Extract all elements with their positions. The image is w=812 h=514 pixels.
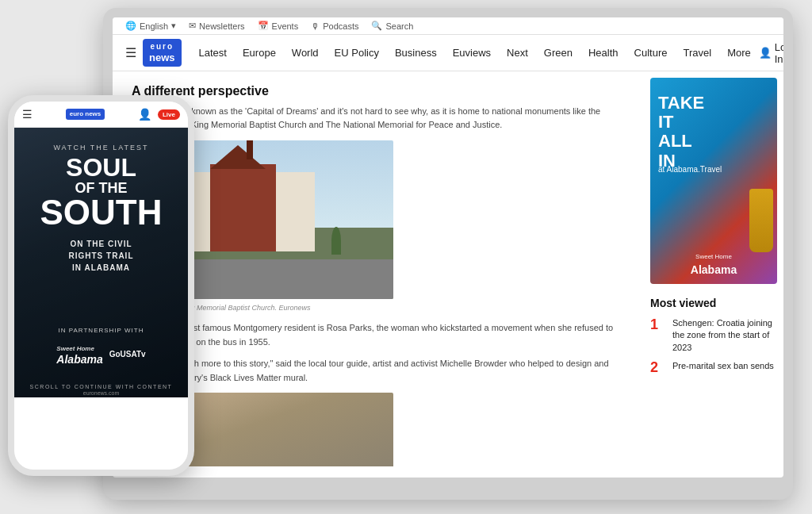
most-viewed-item-1[interactable]: 1 Schengen: Croatia joining the zone fro… bbox=[650, 317, 774, 354]
chevron-icon: ▾ bbox=[171, 21, 176, 31]
phone-screen: ☰ euro news 👤 Live WATCH THE LATEST SOUL… bbox=[14, 102, 188, 470]
ad-banner[interactable]: TAKE IT ALL IN at Alabama.Travel Sweet H… bbox=[650, 78, 777, 284]
article-intro: Montgomery is known as the 'Capital of D… bbox=[132, 105, 622, 131]
hamburger-phone[interactable]: ☰ bbox=[22, 108, 33, 121]
language-selector[interactable]: 🌐 English ▾ bbox=[125, 21, 176, 31]
mic-icon: 🎙 bbox=[311, 21, 320, 31]
title-line3: SOUTH bbox=[14, 197, 188, 228]
partner-sweet-home: Sweet Home Alabama bbox=[56, 342, 102, 366]
watch-label: WATCH THE LATEST bbox=[14, 144, 188, 152]
phone-url: euronews.com bbox=[14, 390, 188, 396]
most-viewed-section: Most viewed 1 Schengen: Croatia joining … bbox=[650, 297, 774, 374]
nav-green[interactable]: Green bbox=[536, 35, 580, 71]
nav-europe[interactable]: Europe bbox=[235, 35, 284, 71]
most-viewed-title: Most viewed bbox=[650, 297, 774, 309]
phone-live-button[interactable]: Live bbox=[158, 109, 180, 120]
search-area[interactable]: 🔍 Search bbox=[371, 21, 413, 31]
nav-culture[interactable]: Culture bbox=[626, 35, 676, 71]
tree2 bbox=[331, 227, 341, 255]
globe-icon: 🌐 bbox=[125, 21, 136, 31]
nav-world[interactable]: World bbox=[284, 35, 327, 71]
sidebar: TAKE IT ALL IN at Alabama.Travel Sweet H… bbox=[641, 71, 783, 466]
nav-euviews[interactable]: Euviews bbox=[445, 35, 499, 71]
nav-more[interactable]: More bbox=[719, 35, 759, 71]
article-para1: Perhaps the most famous Montgomery resid… bbox=[132, 321, 622, 349]
email-icon: ✉ bbox=[189, 21, 196, 31]
podcasts-link[interactable]: 🎙 Podcasts bbox=[311, 21, 358, 31]
ad-url: at Alabama.Travel bbox=[658, 165, 722, 174]
subtitle: ON THE CIVILRIGHTS TRAILIN ALABAMA bbox=[14, 238, 188, 274]
phone-logo[interactable]: euro news bbox=[66, 109, 105, 120]
partner-label: IN PARTNERSHIP WITH bbox=[14, 327, 188, 334]
nav-eupolicy[interactable]: EU Policy bbox=[327, 35, 387, 71]
events-link[interactable]: 📅 Events bbox=[258, 21, 299, 31]
phone-user-icon[interactable]: 👤 bbox=[138, 108, 151, 121]
euronews-logo[interactable]: euro news bbox=[143, 39, 182, 67]
login-button[interactable]: 👤 Log In bbox=[759, 41, 783, 65]
laptop-content: A different perspective Montgomery is kn… bbox=[113, 71, 783, 466]
laptop-screen: 🌐 English ▾ ✉ Newsletters 📅 Events 🎙 Pod… bbox=[113, 17, 783, 478]
mv-number-1: 1 bbox=[650, 317, 666, 332]
mv-number-2: 2 bbox=[650, 360, 666, 374]
ad-state: Alabama bbox=[650, 263, 777, 276]
steeple bbox=[247, 140, 253, 159]
scroll-label: SCROLL TO CONTINUE WITH CONTENT bbox=[14, 384, 188, 389]
main-nav: ☰ euro news Latest Europe World EU Polic… bbox=[113, 35, 783, 71]
nav-next[interactable]: Next bbox=[499, 35, 536, 71]
article-title: A different perspective bbox=[132, 84, 622, 98]
mv-text-1: Schengen: Croatia joining the zone from … bbox=[672, 317, 774, 354]
search-icon: 🔍 bbox=[371, 21, 382, 31]
phone-hero: WATCH THE LATEST SOUL OF THE SOUTH ON TH… bbox=[14, 128, 188, 397]
language-label: English bbox=[140, 21, 168, 31]
nav-business[interactable]: Business bbox=[387, 35, 445, 71]
ad-bottom-label: Sweet Home bbox=[650, 253, 777, 260]
phone-header: ☰ euro news 👤 Live bbox=[14, 102, 188, 128]
article-image-caption: Dexter Avenue King Memorial Baptist Chur… bbox=[132, 304, 622, 312]
mv-text-2: Pre-marital sex ban sends bbox=[672, 360, 774, 372]
nav-health[interactable]: Health bbox=[580, 35, 626, 71]
nav-latest[interactable]: Latest bbox=[191, 35, 235, 71]
laptop-frame: 🌐 English ▾ ✉ Newsletters 📅 Events 🎙 Pod… bbox=[103, 8, 793, 500]
guitar-icon bbox=[749, 189, 773, 252]
most-viewed-item-2[interactable]: 2 Pre-marital sex ban sends bbox=[650, 360, 774, 374]
ad-text: TAKE IT ALL IN bbox=[658, 94, 704, 171]
article-image-wrapper bbox=[132, 140, 622, 299]
newsletters-link[interactable]: ✉ Newsletters bbox=[189, 21, 244, 31]
hero-text: WATCH THE LATEST SOUL OF THE SOUTH ON TH… bbox=[14, 144, 188, 274]
partner-logos: Sweet Home Alabama GoUSATv bbox=[14, 342, 188, 366]
article-para2: "There's so much more to this story," sa… bbox=[132, 357, 622, 385]
phone-frame: ☰ euro news 👤 Live WATCH THE LATEST SOUL… bbox=[8, 95, 194, 476]
church-building bbox=[210, 164, 276, 251]
partner-gousa: GoUSATv bbox=[109, 350, 146, 359]
calendar-icon: 📅 bbox=[258, 21, 269, 31]
laptop-topbar: 🌐 English ▾ ✉ Newsletters 📅 Events 🎙 Pod… bbox=[113, 17, 783, 35]
nav-right: 👤 Log In Live bbox=[759, 41, 783, 65]
phone-header-right: 👤 Live bbox=[138, 108, 180, 121]
user-icon: 👤 bbox=[759, 47, 772, 59]
title-line1: SOUL bbox=[14, 155, 188, 180]
nav-travel[interactable]: Travel bbox=[675, 35, 719, 71]
nav-items: Latest Europe World EU Policy Business E… bbox=[191, 35, 759, 71]
hamburger-menu[interactable]: ☰ bbox=[125, 45, 136, 60]
church-roof bbox=[210, 145, 266, 169]
